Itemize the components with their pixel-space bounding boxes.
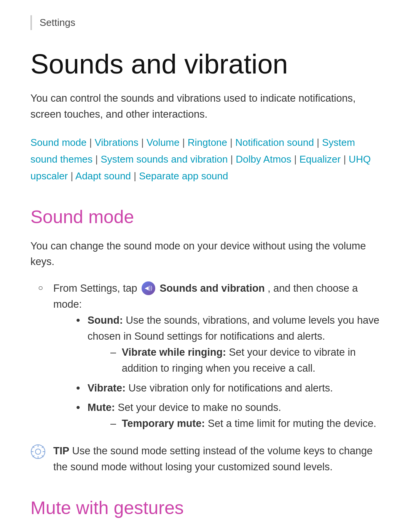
- tip-label: TIP: [53, 445, 69, 457]
- step-app-name: Sounds and vibration: [160, 283, 265, 294]
- tip-box: TIP Use the sound mode setting instead o…: [30, 443, 381, 475]
- svg-point-9: [35, 449, 41, 454]
- sound-subitems: Vibrate while ringing: Set your device t…: [110, 345, 381, 377]
- sounds-vibration-icon: [142, 281, 155, 295]
- step-prefix: From Settings, tap: [53, 283, 140, 294]
- sound-mode-title: Sound mode: [30, 203, 381, 231]
- mute-item: Mute: Set your device to make no sounds.…: [76, 400, 381, 432]
- tip-body: Use the sound mode setting instead of th…: [53, 445, 373, 473]
- sound-mode-items: Sound: Use the sounds, vibrations, and v…: [76, 313, 381, 432]
- nav-link-dolby[interactable]: Dolby Atmos: [236, 153, 292, 165]
- intro-text: You can control the sounds and vibration…: [30, 91, 381, 123]
- vibrate-item: Vibrate: Use vibration only for notifica…: [76, 380, 381, 396]
- sound-mode-step: From Settings, tap Sounds and vibration …: [38, 281, 381, 432]
- nav-link-system-sounds-vibration[interactable]: System sounds and vibration: [101, 153, 228, 165]
- sound-text: Use the sounds, vibrations, and volume l…: [88, 315, 379, 342]
- mute-gestures-section: Mute with gestures Quickly mute sounds b…: [30, 494, 381, 532]
- sound-term: Sound:: [88, 315, 123, 326]
- nav-link-vibrations[interactable]: Vibrations: [95, 137, 139, 148]
- tip-icon: [30, 444, 46, 464]
- vibrate-term: Vibrate:: [88, 382, 126, 394]
- mute-text: Set your device to make no sounds.: [118, 402, 281, 413]
- mute-subitems: Temporary mute: Set a time limit for mut…: [110, 416, 381, 432]
- tip-text-content: TIP Use the sound mode setting instead o…: [53, 443, 381, 475]
- nav-link-volume[interactable]: Volume: [147, 137, 180, 148]
- sound-mode-description: You can change the sound mode on your de…: [30, 238, 381, 269]
- nav-link-sound-mode[interactable]: Sound mode: [30, 137, 86, 148]
- vibrate-text: Use vibration only for notifications and…: [129, 382, 333, 394]
- sound-mode-section: Sound mode You can change the sound mode…: [30, 203, 381, 475]
- nav-link-separate-app-sound[interactable]: Separate app sound: [139, 170, 228, 182]
- page-title: Sounds and vibration: [30, 49, 381, 79]
- nav-link-equalizer[interactable]: Equalizer: [299, 153, 341, 165]
- nav-links: Sound mode | Vibrations | Volume | Ringt…: [30, 134, 381, 185]
- vibrate-while-ringing-item: Vibrate while ringing: Set your device t…: [110, 345, 381, 377]
- sound-item: Sound: Use the sounds, vibrations, and v…: [76, 313, 381, 376]
- temp-mute-item: Temporary mute: Set a time limit for mut…: [110, 416, 381, 432]
- vibrate-ringing-term: Vibrate while ringing:: [122, 347, 226, 358]
- temp-mute-text: Set a time limit for muting the device.: [208, 418, 376, 429]
- nav-link-notification-sound[interactable]: Notification sound: [235, 137, 314, 148]
- breadcrumb-text: Settings: [40, 17, 75, 28]
- temp-mute-term: Temporary mute:: [122, 418, 205, 429]
- mute-term: Mute:: [88, 402, 115, 413]
- mute-gestures-title: Mute with gestures: [30, 494, 381, 522]
- breadcrumb: Settings: [30, 15, 381, 30]
- nav-link-adapt-sound[interactable]: Adapt sound: [75, 170, 131, 182]
- mute-gestures-description: Quickly mute sounds by covering the scre…: [30, 529, 381, 532]
- nav-link-ringtone[interactable]: Ringtone: [188, 137, 227, 148]
- sound-mode-steps: From Settings, tap Sounds and vibration …: [38, 281, 381, 432]
